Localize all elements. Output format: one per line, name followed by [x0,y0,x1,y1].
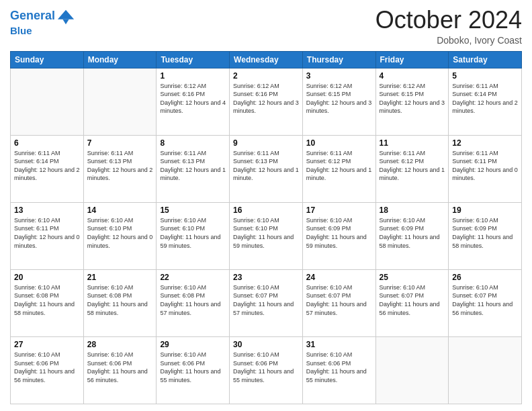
calendar-cell: 8 Sunrise: 6:11 AM Sunset: 6:13 PM Dayli… [157,135,230,202]
page: General Blue October 2024 Doboko, Ivory … [0,0,532,411]
day-number: 17 [306,205,372,215]
logo: General Blue [10,7,75,37]
day-number: 27 [14,340,80,349]
day-info: Sunrise: 6:10 AM Sunset: 6:07 PM Dayligh… [233,283,299,317]
calendar-cell: 13 Sunrise: 6:10 AM Sunset: 6:11 PM Dayl… [11,202,84,269]
title-area: October 2024 Doboko, Ivory Coast [375,7,522,46]
day-number: 7 [87,138,153,148]
logo-text: General [10,7,75,26]
day-info: Sunrise: 6:10 AM Sunset: 6:11 PM Dayligh… [14,216,80,250]
weekday-header-friday: Friday [375,51,449,68]
calendar-cell: 10 Sunrise: 6:11 AM Sunset: 6:12 PM Dayl… [302,135,375,202]
day-info: Sunrise: 6:10 AM Sunset: 6:10 PM Dayligh… [233,216,299,250]
weekday-header-tuesday: Tuesday [157,51,230,68]
day-number: 23 [233,273,299,282]
day-number: 18 [380,205,445,215]
calendar-cell: 18 Sunrise: 6:10 AM Sunset: 6:09 PM Dayl… [375,202,449,269]
day-number: 26 [452,273,518,282]
day-number: 6 [14,138,80,148]
day-number: 15 [160,205,226,215]
calendar-cell [375,336,449,404]
day-number: 13 [14,205,80,215]
location: Doboko, Ivory Coast [375,35,522,46]
calendar-cell: 2 Sunrise: 6:12 AM Sunset: 6:16 PM Dayli… [230,68,303,135]
day-number: 16 [233,205,299,215]
day-info: Sunrise: 6:10 AM Sunset: 6:07 PM Dayligh… [452,283,518,317]
calendar-cell [11,68,84,135]
calendar-week-4: 27 Sunrise: 6:10 AM Sunset: 6:06 PM Dayl… [11,336,522,404]
day-info: Sunrise: 6:10 AM Sunset: 6:08 PM Dayligh… [87,283,153,317]
day-number: 20 [14,273,80,282]
day-info: Sunrise: 6:10 AM Sunset: 6:06 PM Dayligh… [233,351,299,384]
day-number: 24 [306,273,372,282]
day-info: Sunrise: 6:12 AM Sunset: 6:15 PM Dayligh… [306,82,372,116]
day-info: Sunrise: 6:10 AM Sunset: 6:06 PM Dayligh… [14,351,80,384]
day-info: Sunrise: 6:11 AM Sunset: 6:13 PM Dayligh… [160,149,226,183]
day-number: 30 [233,340,299,349]
calendar-cell: 5 Sunrise: 6:11 AM Sunset: 6:14 PM Dayli… [449,68,522,135]
calendar-cell: 21 Sunrise: 6:10 AM Sunset: 6:08 PM Dayl… [83,269,157,336]
day-info: Sunrise: 6:11 AM Sunset: 6:14 PM Dayligh… [452,82,518,116]
calendar-cell: 1 Sunrise: 6:12 AM Sunset: 6:16 PM Dayli… [157,68,230,135]
day-info: Sunrise: 6:11 AM Sunset: 6:13 PM Dayligh… [87,149,153,183]
calendar-cell: 29 Sunrise: 6:10 AM Sunset: 6:06 PM Dayl… [157,336,230,404]
calendar-cell: 31 Sunrise: 6:10 AM Sunset: 6:06 PM Dayl… [302,336,375,404]
day-number: 14 [87,205,153,215]
day-number: 28 [87,340,153,349]
calendar-cell: 19 Sunrise: 6:10 AM Sunset: 6:09 PM Dayl… [449,202,522,269]
day-number: 4 [380,71,445,81]
day-info: Sunrise: 6:12 AM Sunset: 6:15 PM Dayligh… [380,82,445,116]
month-title: October 2024 [375,7,522,34]
svg-marker-0 [58,10,74,19]
calendar-cell: 16 Sunrise: 6:10 AM Sunset: 6:10 PM Dayl… [230,202,303,269]
day-info: Sunrise: 6:11 AM Sunset: 6:14 PM Dayligh… [14,149,80,183]
calendar-cell: 27 Sunrise: 6:10 AM Sunset: 6:06 PM Dayl… [11,336,84,404]
day-number: 2 [233,71,299,81]
day-info: Sunrise: 6:11 AM Sunset: 6:13 PM Dayligh… [233,149,299,183]
day-number: 10 [306,138,372,148]
calendar-cell: 26 Sunrise: 6:10 AM Sunset: 6:07 PM Dayl… [449,269,522,336]
day-number: 5 [452,71,518,81]
calendar-cell: 11 Sunrise: 6:11 AM Sunset: 6:12 PM Dayl… [375,135,449,202]
calendar-cell: 15 Sunrise: 6:10 AM Sunset: 6:10 PM Dayl… [157,202,230,269]
day-info: Sunrise: 6:10 AM Sunset: 6:07 PM Dayligh… [306,283,372,317]
day-number: 25 [380,273,445,282]
calendar-cell: 7 Sunrise: 6:11 AM Sunset: 6:13 PM Dayli… [83,135,157,202]
day-number: 3 [306,71,372,81]
day-info: Sunrise: 6:12 AM Sunset: 6:16 PM Dayligh… [160,82,226,116]
weekday-header-monday: Monday [83,51,157,68]
calendar-cell: 30 Sunrise: 6:10 AM Sunset: 6:06 PM Dayl… [230,336,303,404]
svg-marker-1 [62,19,69,24]
day-info: Sunrise: 6:10 AM Sunset: 6:10 PM Dayligh… [160,216,226,250]
calendar-cell [449,336,522,404]
calendar-cell: 20 Sunrise: 6:10 AM Sunset: 6:08 PM Dayl… [11,269,84,336]
day-info: Sunrise: 6:10 AM Sunset: 6:06 PM Dayligh… [306,351,372,384]
calendar-cell: 25 Sunrise: 6:10 AM Sunset: 6:07 PM Dayl… [375,269,449,336]
day-info: Sunrise: 6:10 AM Sunset: 6:08 PM Dayligh… [14,283,80,317]
day-info: Sunrise: 6:10 AM Sunset: 6:09 PM Dayligh… [452,216,518,250]
calendar-cell: 4 Sunrise: 6:12 AM Sunset: 6:15 PM Dayli… [375,68,449,135]
calendar-week-1: 6 Sunrise: 6:11 AM Sunset: 6:14 PM Dayli… [11,135,522,202]
calendar-table: SundayMondayTuesdayWednesdayThursdayFrid… [10,51,522,404]
day-number: 8 [160,138,226,148]
calendar-cell: 14 Sunrise: 6:10 AM Sunset: 6:10 PM Dayl… [83,202,157,269]
day-info: Sunrise: 6:10 AM Sunset: 6:09 PM Dayligh… [380,216,445,250]
day-info: Sunrise: 6:11 AM Sunset: 6:12 PM Dayligh… [306,149,372,183]
day-number: 31 [306,340,372,349]
calendar-cell: 23 Sunrise: 6:10 AM Sunset: 6:07 PM Dayl… [230,269,303,336]
day-info: Sunrise: 6:11 AM Sunset: 6:12 PM Dayligh… [380,149,445,183]
calendar-cell: 24 Sunrise: 6:10 AM Sunset: 6:07 PM Dayl… [302,269,375,336]
logo-blue: Blue [10,26,75,37]
day-number: 11 [380,138,445,148]
day-number: 19 [452,205,518,215]
day-number: 21 [87,273,153,282]
day-number: 9 [233,138,299,148]
calendar-cell: 17 Sunrise: 6:10 AM Sunset: 6:09 PM Dayl… [302,202,375,269]
day-info: Sunrise: 6:10 AM Sunset: 6:10 PM Dayligh… [87,216,153,250]
calendar-cell [83,68,157,135]
calendar-week-0: 1 Sunrise: 6:12 AM Sunset: 6:16 PM Dayli… [11,68,522,135]
day-number: 12 [452,138,518,148]
day-number: 29 [160,340,226,349]
calendar-week-3: 20 Sunrise: 6:10 AM Sunset: 6:08 PM Dayl… [11,269,522,336]
day-info: Sunrise: 6:10 AM Sunset: 6:09 PM Dayligh… [306,216,372,250]
